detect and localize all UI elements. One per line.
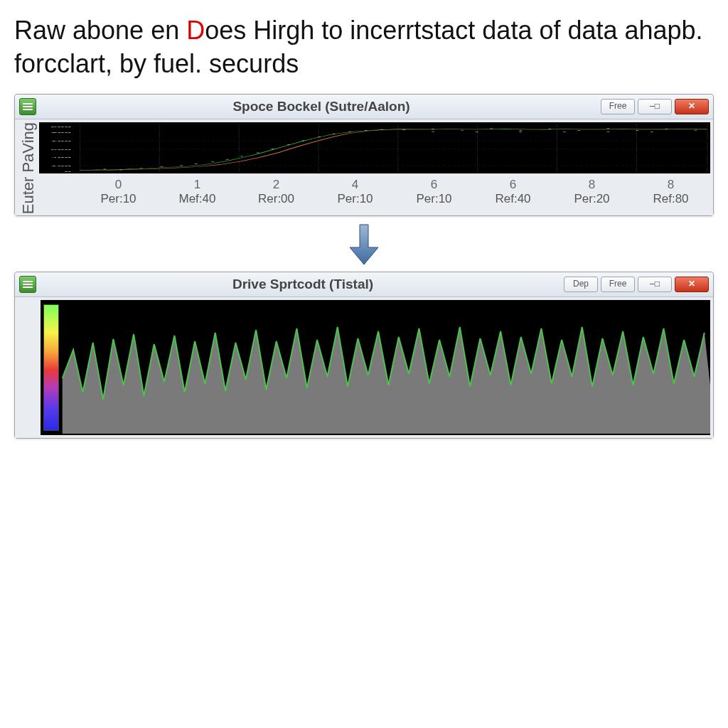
svg-point-45 (519, 130, 523, 131)
svg-point-32 (256, 152, 259, 153)
svg-point-50 (665, 129, 668, 129)
svg-point-36 (317, 136, 321, 137)
svg-point-43 (461, 129, 464, 130)
svg-text:900: 900 (50, 148, 71, 150)
page-heading: Raw abone en Does Hirgh to incerrtstact … (14, 14, 714, 81)
svg-point-55 (562, 132, 566, 132)
svg-point-30 (225, 159, 229, 159)
svg-point-27 (180, 165, 183, 166)
svg-point-34 (287, 144, 290, 145)
svg-text:100: 100 (50, 139, 71, 141)
svg-point-40 (380, 129, 384, 129)
series-raw (80, 129, 707, 171)
svg-point-38 (348, 132, 352, 132)
svg-point-53 (475, 132, 478, 132)
window2-title: Drive Sprtcodt (Tistal) (42, 277, 564, 292)
svg-point-37 (332, 133, 336, 134)
spectrum-plot[interactable] (41, 300, 710, 435)
dep-button[interactable]: Dep (564, 277, 598, 292)
y-tick-labels: 600 200 100 900 400 100 0 (50, 125, 71, 172)
svg-point-23 (103, 168, 107, 169)
x-tick-labels: 0Per:10 1Mef:40 2Rer:00 4Per:10 6Per:10 … (39, 173, 710, 214)
svg-point-33 (271, 149, 274, 149)
window1-title: Spoce Bockel (Sutre/Aalon) (42, 99, 601, 114)
svg-point-31 (240, 156, 244, 156)
chart-window-1: Spoce Bockel (Sutre/Aalon) Free –□ ✕ Eut… (14, 94, 714, 216)
series-smoothed (80, 129, 707, 170)
svg-point-56 (606, 132, 610, 132)
svg-point-57 (650, 132, 653, 132)
svg-point-49 (636, 130, 639, 131)
titlebar-2[interactable]: Drive Sprtcodt (Tistal) Dep Free –□ ✕ (15, 272, 713, 297)
close-button[interactable]: ✕ (675, 277, 709, 292)
svg-point-41 (402, 129, 405, 130)
free-button[interactable]: Free (601, 99, 635, 114)
minimize-button[interactable]: –□ (638, 99, 672, 114)
close-button[interactable]: ✕ (675, 99, 709, 114)
svg-point-52 (432, 131, 435, 132)
arrow-down-icon (347, 223, 381, 266)
spectrum-fill (63, 327, 710, 434)
svg-point-24 (119, 169, 122, 170)
svg-text:100: 100 (50, 164, 71, 166)
svg-point-29 (211, 161, 215, 162)
svg-point-28 (194, 164, 198, 164)
y-axis-label: Euter PaVing (18, 122, 39, 214)
svg-point-44 (490, 128, 493, 129)
svg-point-39 (364, 130, 368, 131)
heading-red-letter: D (186, 16, 205, 45)
scatter-points (103, 128, 697, 170)
svg-point-25 (139, 168, 143, 168)
svg-text:600: 600 (50, 125, 71, 127)
main-plot[interactable]: 600 200 100 900 400 100 0 (39, 122, 710, 173)
svg-point-35 (301, 140, 305, 141)
svg-text:400: 400 (50, 156, 71, 159)
svg-point-51 (694, 129, 697, 130)
chart-window-2: Drive Sprtcodt (Tistal) Dep Free –□ ✕ (14, 272, 714, 439)
minimize-button[interactable]: –□ (638, 277, 672, 292)
app-icon (19, 98, 36, 115)
svg-point-46 (548, 129, 552, 129)
svg-text:200: 200 (50, 132, 71, 134)
svg-point-42 (432, 129, 435, 129)
free-button[interactable]: Free (601, 277, 635, 292)
svg-point-48 (606, 128, 610, 129)
grid (80, 124, 707, 172)
svg-point-47 (577, 130, 581, 131)
titlebar-1[interactable]: Spoce Bockel (Sutre/Aalon) Free –□ ✕ (15, 95, 713, 119)
heading-pre: Raw abone en (14, 16, 186, 45)
svg-text:0: 0 (64, 170, 71, 172)
svg-point-26 (160, 166, 164, 167)
svg-point-54 (519, 132, 523, 132)
app-icon (19, 276, 36, 293)
